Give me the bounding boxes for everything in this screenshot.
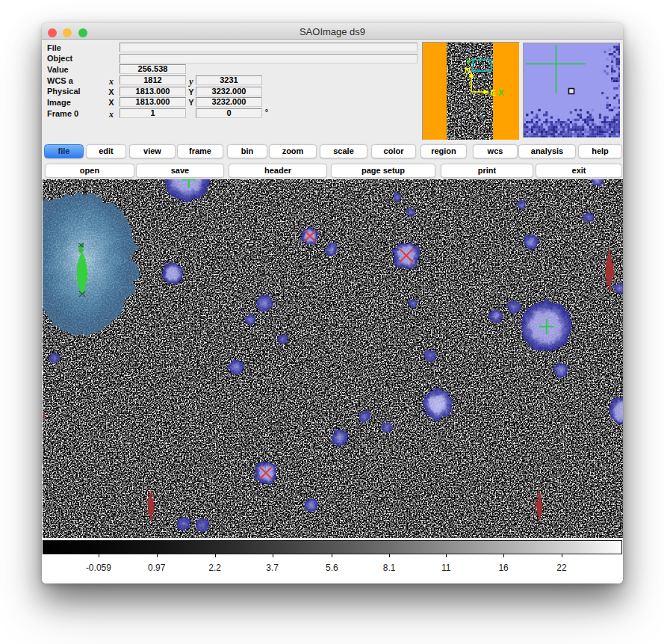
svg-text:X: X <box>498 88 504 97</box>
svg-text:N: N <box>465 66 471 75</box>
svg-text:E: E <box>491 88 496 97</box>
